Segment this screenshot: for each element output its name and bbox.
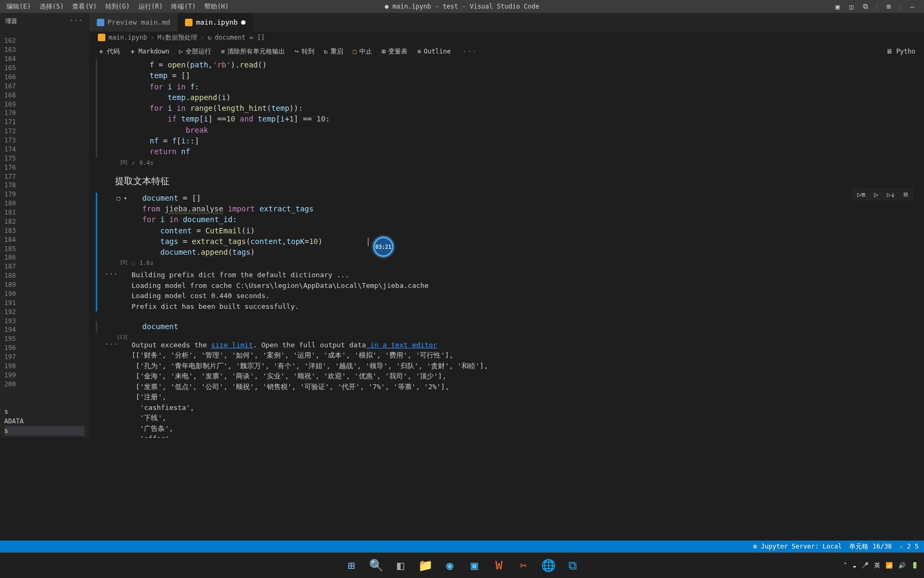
vscode-icon[interactable]: ⧉	[562, 555, 583, 576]
breadcrumb-file[interactable]: main.ipynb	[109, 34, 147, 41]
line-number[interactable]: 182	[2, 217, 89, 226]
menu-run[interactable]: 运行(R)	[134, 1, 167, 13]
line-number[interactable]: 174	[2, 145, 89, 154]
menu-edit[interactable]: 编辑(E)	[2, 1, 35, 13]
menu-terminal[interactable]: 终端(T)	[167, 1, 200, 13]
notebook-content[interactable]: f = open(path,'rb').read() temp = [] for…	[89, 59, 924, 438]
breadcrumb-part1[interactable]: M↓数据预处理	[157, 33, 197, 42]
add-code-button[interactable]: ＋代码	[98, 47, 120, 56]
volume-icon[interactable]: 🔊	[898, 562, 906, 569]
line-number[interactable]: 175	[2, 154, 89, 163]
markdown-heading[interactable]: 提取文本特征	[96, 170, 924, 193]
edge-icon[interactable]: ◉	[439, 555, 460, 576]
tab-main-ipynb[interactable]: main.ipynb	[178, 13, 252, 32]
sidebar-footer-2[interactable]: ADATA	[4, 416, 84, 426]
collapse-output-icon[interactable]: ···	[104, 340, 118, 348]
toolbar-more-icon[interactable]: ···	[463, 48, 478, 55]
variables-button[interactable]: ⊞变量表	[382, 47, 407, 56]
menu-select[interactable]: 选择(S)	[35, 1, 68, 13]
text-editor-link[interactable]: in a text editor	[366, 341, 437, 349]
tray-chevron-icon[interactable]: ˄	[844, 562, 847, 569]
line-number[interactable]: 187	[2, 262, 89, 271]
line-number[interactable]: 190	[2, 290, 89, 299]
line-number[interactable]: 195	[2, 334, 89, 344]
code-cell-3[interactable]: document	[132, 321, 924, 332]
line-number[interactable]: 183	[2, 226, 89, 235]
wps-icon[interactable]: W	[488, 555, 510, 576]
breadcrumb-part2[interactable]: document = []	[214, 34, 265, 41]
menu-view[interactable]: 查看(V)	[68, 1, 101, 13]
line-number[interactable]: 198	[2, 362, 89, 371]
line-number[interactable]: 166	[2, 73, 89, 82]
battery-icon[interactable]: 🔋	[911, 562, 919, 569]
line-number[interactable]: 179	[2, 190, 89, 199]
line-number[interactable]: 168	[2, 90, 89, 100]
kernel-indicator[interactable]: 🖥 Pytho	[886, 48, 915, 55]
line-number[interactable]: 180	[2, 199, 89, 208]
task-view-button[interactable]: ◧	[390, 555, 411, 576]
explorer-icon[interactable]: 📁	[414, 555, 436, 576]
split-icon[interactable]: ⧉	[861, 2, 869, 11]
line-number[interactable]: 169	[2, 100, 89, 109]
line-number[interactable]: 167	[2, 81, 89, 90]
line-number[interactable]: 192	[2, 307, 89, 316]
line-number[interactable]: 185	[2, 244, 89, 253]
clear-outputs-button[interactable]: ≡清除所有单元格输出	[221, 47, 285, 56]
line-number[interactable]: 200	[2, 379, 89, 389]
code-cell-1[interactable]: f = open(path,'rb').read() temp = [] for…	[132, 59, 924, 157]
ime-indicator[interactable]: 英	[874, 561, 880, 569]
line-number[interactable]: 164	[2, 55, 89, 64]
code-cell-2[interactable]: document = [] from jieba.analyse import …	[132, 193, 924, 258]
jupyter-server-status[interactable]: ⚙ Jupyter Server: Local	[753, 543, 842, 550]
tab-preview-md[interactable]: Preview main.md	[89, 13, 178, 32]
edge-browser-icon[interactable]: 🌐	[537, 555, 559, 576]
cell-position[interactable]: 单元格 16/38	[849, 542, 891, 551]
line-number[interactable]: 177	[2, 172, 89, 181]
snip-icon[interactable]: ✂	[513, 555, 534, 576]
line-number[interactable]: 171	[2, 118, 89, 127]
menu-help[interactable]: 帮助(H)	[200, 1, 233, 13]
line-number[interactable]: 165	[2, 64, 89, 73]
minimize-icon[interactable]: —	[908, 2, 917, 11]
outline-button[interactable]: ≡Outline	[417, 48, 451, 55]
line-number[interactable]: 199	[2, 370, 89, 379]
line-number[interactable]: 162	[2, 36, 89, 45]
warning-status[interactable]: ⚠ 2 S	[899, 543, 919, 550]
restart-button[interactable]: ↻重启	[324, 47, 343, 56]
line-number[interactable]: 178	[2, 181, 89, 190]
stop-icon[interactable]: □ ▾	[117, 195, 127, 258]
onedrive-icon[interactable]: ☁	[852, 562, 856, 569]
line-number[interactable]: 173	[2, 136, 89, 145]
line-number[interactable]: 189	[2, 280, 89, 290]
line-number[interactable]: 176	[2, 163, 89, 172]
start-button[interactable]: ⊞	[341, 555, 362, 576]
network-icon[interactable]: 📶	[886, 562, 893, 569]
line-number[interactable]: 191	[2, 298, 89, 307]
sidebar-footer-3[interactable]: s	[4, 426, 84, 436]
menu-goto[interactable]: 转到(G)	[101, 1, 134, 13]
line-number[interactable]: 194	[2, 325, 89, 334]
interrupt-button[interactable]: □中止	[353, 47, 372, 56]
execute-above-icon[interactable]: ▷	[872, 189, 881, 200]
line-number[interactable]: 186	[2, 253, 89, 262]
line-number[interactable]: 184	[2, 235, 89, 244]
goto-button[interactable]: ↪转到	[295, 47, 314, 56]
run-by-line-icon[interactable]: ▷≡	[855, 189, 868, 200]
tencent-icon[interactable]: ▣	[464, 555, 485, 576]
line-number[interactable]: 196	[2, 344, 89, 353]
add-markdown-button[interactable]: ＋Markdown	[129, 47, 170, 56]
line-number[interactable]: 197	[2, 353, 89, 362]
execute-below-icon[interactable]: ▷↓	[885, 189, 898, 200]
line-number[interactable]: 163	[2, 45, 89, 55]
line-number[interactable]: 172	[2, 127, 89, 136]
outline-line-list[interactable]: 1621631641651661671681691701711721731741…	[0, 36, 89, 389]
line-number[interactable]: 188	[2, 271, 89, 280]
split-cell-icon[interactable]: ⊟	[902, 189, 910, 200]
run-all-button[interactable]: ▷全部运行	[179, 47, 211, 56]
line-number[interactable]: 193	[2, 316, 89, 325]
line-number[interactable]: 181	[2, 208, 89, 217]
line-number[interactable]: 170	[2, 109, 89, 118]
layout-icon[interactable]: ▣	[833, 2, 842, 11]
grid-icon[interactable]: ⊞	[884, 2, 893, 11]
panel-icon[interactable]: ◫	[847, 2, 856, 11]
